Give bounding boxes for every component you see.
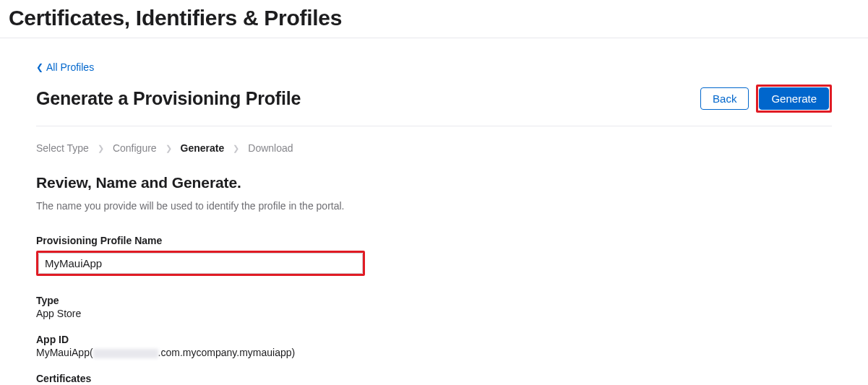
type-label: Type — [36, 295, 832, 306]
type-value: App Store — [36, 308, 832, 319]
breadcrumb-step-configure[interactable]: Configure — [113, 142, 157, 154]
certificates-label: Certificates — [36, 373, 832, 384]
chevron-right-icon: ❯ — [98, 144, 104, 153]
appid-label: App ID — [36, 334, 832, 345]
chevron-right-icon: ❯ — [233, 144, 239, 153]
page-subtitle: Generate a Provisioning Profile — [36, 88, 301, 109]
profile-name-input[interactable] — [38, 253, 363, 274]
breadcrumb-step-select-type[interactable]: Select Type — [36, 142, 89, 154]
appid-suffix: .com.mycompany.mymauiapp) — [158, 347, 296, 358]
breadcrumb: Select Type ❯ Configure ❯ Generate ❯ Dow… — [36, 142, 832, 154]
page-header: Certificates, Identifiers & Profiles — [0, 0, 868, 38]
page-title-main: Certificates, Identifiers & Profiles — [9, 6, 859, 30]
back-link-label: All Profiles — [46, 61, 94, 73]
title-row: Generate a Provisioning Profile Back Gen… — [36, 85, 832, 126]
type-block: Type App Store — [36, 295, 832, 319]
appid-value: MyMauiApp(.com.mycompany.mymauiapp) — [36, 347, 832, 358]
generate-highlight: Generate — [756, 85, 832, 113]
action-buttons: Back Generate — [700, 85, 832, 113]
certificates-block: Certificates 1 Selected — [36, 373, 832, 385]
content-area: ❮ All Profiles Generate a Provisioning P… — [0, 38, 868, 385]
chevron-left-icon: ❮ — [36, 62, 43, 72]
breadcrumb-step-download[interactable]: Download — [248, 142, 293, 154]
section-title: Review, Name and Generate. — [36, 174, 832, 191]
profile-name-label: Provisioning Profile Name — [36, 235, 832, 246]
back-button[interactable]: Back — [700, 87, 749, 110]
chevron-right-icon: ❯ — [166, 144, 172, 153]
appid-block: App ID MyMauiApp(.com.mycompany.mymauiap… — [36, 334, 832, 358]
breadcrumb-step-generate[interactable]: Generate — [181, 142, 225, 154]
profile-name-highlight — [36, 251, 365, 276]
all-profiles-link[interactable]: ❮ All Profiles — [36, 61, 94, 73]
generate-button[interactable]: Generate — [759, 87, 829, 110]
appid-prefix: MyMauiApp( — [36, 347, 93, 358]
section-description: The name you provide will be used to ide… — [36, 200, 832, 212]
redacted-team-id — [93, 349, 158, 358]
